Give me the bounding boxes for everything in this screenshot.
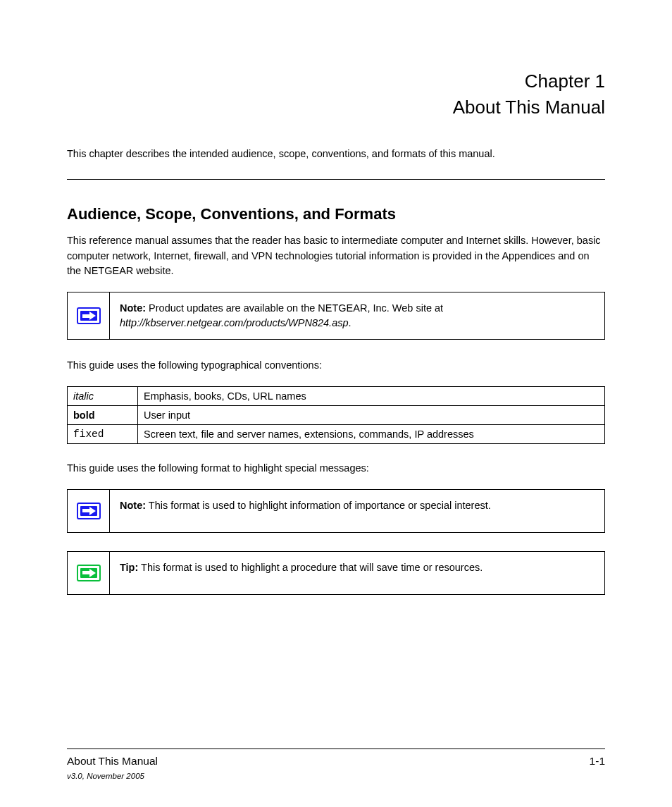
arrow-right-icon bbox=[77, 503, 101, 519]
style-cell-bold: bold bbox=[68, 405, 138, 424]
table-row: bold User input bbox=[68, 405, 605, 424]
conventions-lead: This guide uses the following typographi… bbox=[67, 358, 605, 374]
note-tail: . bbox=[349, 317, 351, 328]
typographical-conventions-table: italic Emphasis, books, CDs, URL names b… bbox=[67, 386, 605, 444]
note-text: Note: This format is used to highlight i… bbox=[110, 490, 604, 532]
note-label: Note: bbox=[120, 302, 146, 314]
footer-version: v3.0, November 2005 bbox=[67, 772, 144, 780]
footer-page-number: 1-1 bbox=[590, 755, 605, 768]
style-cell-italic: italic bbox=[68, 386, 138, 405]
chapter-label: Chapter 1 bbox=[67, 70, 605, 92]
note-label: Note: bbox=[120, 500, 146, 511]
arrow-right-icon bbox=[77, 565, 101, 581]
note-body: This format is used to highlight informa… bbox=[146, 500, 491, 511]
chapter-title: About This Manual bbox=[67, 97, 605, 118]
desc-cell: User input bbox=[138, 405, 605, 424]
note-body: Product updates are available on the NET… bbox=[146, 302, 443, 314]
format-lead: This guide uses the following format to … bbox=[67, 461, 605, 476]
table-row: fixed Screen text, file and server names… bbox=[68, 424, 605, 443]
tip-callout: Tip: This format is used to highlight a … bbox=[67, 551, 605, 595]
note-callout-scope: Note: Product updates are available on t… bbox=[67, 292, 605, 340]
tip-body: This format is used to highlight a proce… bbox=[138, 562, 483, 573]
section-heading-audience: Audience, Scope, Conventions, and Format… bbox=[67, 205, 605, 223]
note-link[interactable]: http://kbserver.netgear.com/products/WPN… bbox=[120, 317, 349, 328]
intro-paragraph: This chapter describes the intended audi… bbox=[67, 147, 605, 162]
audience-para: This reference manual assumes that the r… bbox=[67, 233, 605, 279]
rule bbox=[67, 179, 605, 180]
note-icon-cell bbox=[68, 292, 110, 339]
desc-cell: Screen text, file and server names, exte… bbox=[138, 424, 605, 443]
style-cell-fixed: fixed bbox=[68, 424, 138, 443]
note-icon-cell bbox=[68, 490, 110, 532]
note-callout-format: Note: This format is used to highlight i… bbox=[67, 489, 605, 533]
arrow-right-icon bbox=[77, 307, 101, 324]
footer-left: About This Manual bbox=[67, 755, 158, 768]
tip-icon-cell bbox=[68, 552, 110, 594]
tip-label: Tip: bbox=[120, 562, 138, 573]
tip-text: Tip: This format is used to highlight a … bbox=[110, 552, 604, 594]
footer-rule bbox=[67, 749, 605, 749]
desc-cell: Emphasis, books, CDs, URL names bbox=[138, 386, 605, 405]
page-footer: About This Manual 1-1 v3.0, November 200… bbox=[67, 749, 605, 780]
table-row: italic Emphasis, books, CDs, URL names bbox=[68, 386, 605, 405]
note-text: Note: Product updates are available on t… bbox=[110, 292, 604, 339]
